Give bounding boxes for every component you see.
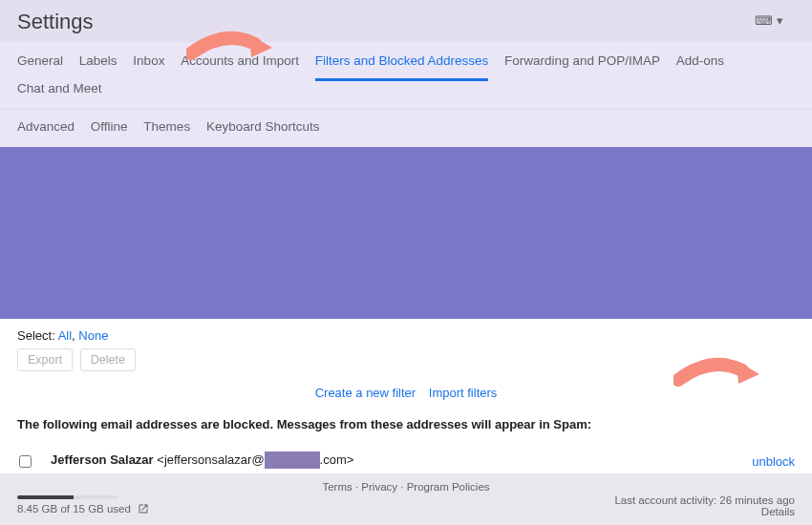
tab-themes[interactable]: Themes [143, 119, 190, 147]
redacted-email-part [265, 452, 320, 469]
tab-filters-blocked[interactable]: Filters and Blocked Addresses [315, 53, 489, 81]
program-policies-link[interactable]: Program Policies [407, 481, 490, 493]
filter-links-row: Create a new filter Import filters [17, 371, 795, 411]
create-filter-link[interactable]: Create a new filter [315, 386, 417, 400]
page-title: Settings [17, 10, 795, 34]
select-label: Select: [17, 328, 55, 343]
tabs-row-2: Advanced Offline Themes Keyboard Shortcu… [0, 110, 812, 147]
blocked-email-suffix: .com> [320, 452, 354, 467]
blocked-row-checkbox[interactable] [19, 455, 32, 468]
tabs-row-1: General Labels Inbox Accounts and Import… [0, 42, 812, 110]
delete-button[interactable]: Delete [80, 348, 136, 371]
privacy-link[interactable]: Privacy [361, 481, 397, 493]
select-all-link[interactable]: All [58, 328, 72, 343]
footer: Terms · Privacy · Program Policies 8.45 … [0, 473, 812, 525]
tab-forwarding-pop-imap[interactable]: Forwarding and POP/IMAP [504, 53, 660, 81]
settings-header: Settings ⌨ ▾ [0, 0, 812, 42]
import-filters-link[interactable]: Import filters [429, 386, 498, 400]
open-new-icon[interactable] [138, 503, 149, 516]
blocked-addresses-heading: The following email addresses are blocke… [17, 417, 795, 431]
redacted-area [0, 147, 812, 319]
tab-chat-meet[interactable]: Chat and Meet [17, 81, 102, 109]
tab-offline[interactable]: Offline [91, 119, 128, 147]
tab-labels[interactable]: Labels [79, 53, 118, 81]
select-none-link[interactable]: None [78, 328, 108, 343]
tab-keyboard-shortcuts[interactable]: Keyboard Shortcuts [206, 119, 320, 147]
storage-info: 8.45 GB of 15 GB used [17, 495, 149, 516]
footer-links: Terms · Privacy · Program Policies [17, 481, 795, 493]
tab-accounts-import[interactable]: Accounts and Import [181, 53, 299, 81]
tab-inbox[interactable]: Inbox [133, 53, 164, 81]
storage-text: 8.45 GB of 15 GB used [17, 503, 131, 514]
blocked-name: Jefferson Salazar [51, 452, 154, 467]
unblock-link[interactable]: unblock [752, 454, 795, 469]
blocked-email-prefix: <jeffersonsalazar@ [154, 452, 265, 467]
tab-general[interactable]: General [17, 53, 63, 81]
input-tools-icon[interactable]: ⌨ ▾ [755, 13, 783, 28]
storage-bar [17, 495, 118, 499]
select-line-top: Select: All, None [17, 328, 795, 343]
tab-addons[interactable]: Add-ons [676, 53, 724, 81]
account-activity-text: Last account activity: 26 minutes ago [614, 494, 795, 506]
details-link[interactable]: Details [761, 506, 795, 517]
export-button[interactable]: Export [17, 348, 73, 371]
terms-link[interactable]: Terms [322, 481, 352, 493]
tab-advanced[interactable]: Advanced [17, 119, 75, 147]
